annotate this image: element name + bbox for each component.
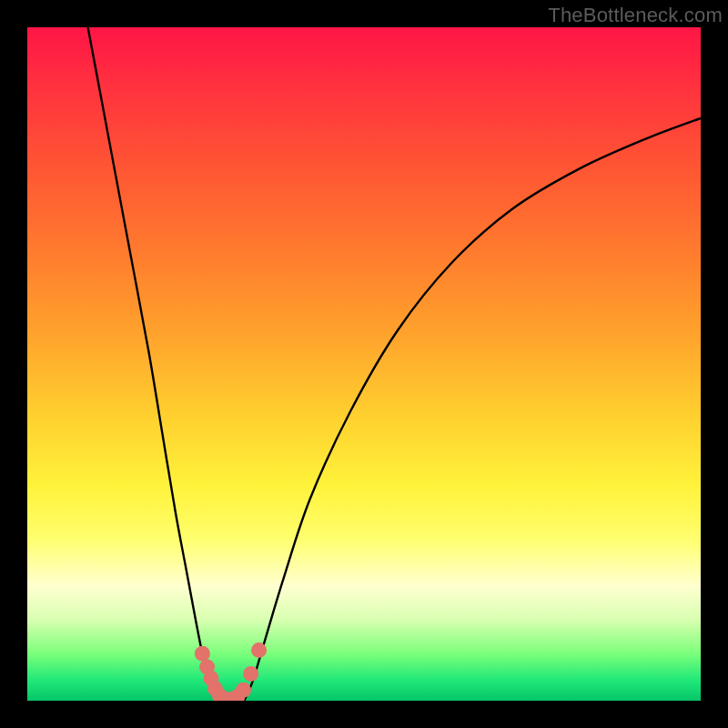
valley-marker (251, 642, 267, 658)
chart-frame: TheBottleneck.com (0, 0, 728, 728)
valley-marker (243, 666, 258, 682)
watermark-text: TheBottleneck.com (548, 4, 723, 27)
curve-layer (27, 27, 701, 701)
valley-marker (195, 646, 210, 662)
plot-area (27, 27, 701, 701)
valley-markers (195, 642, 267, 701)
right-branch-curve (244, 118, 701, 701)
valley-marker (236, 682, 251, 698)
left-branch-curve (88, 27, 218, 701)
